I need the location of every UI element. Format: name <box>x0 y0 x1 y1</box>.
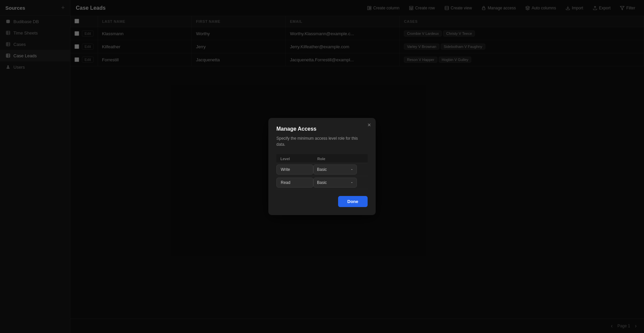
modal-title: Manage Access <box>276 126 368 132</box>
level-input[interactable] <box>276 178 313 188</box>
level-cell <box>276 176 313 189</box>
modal-overlay[interactable]: × Manage Access Specify the minimum acce… <box>0 0 644 333</box>
level-cell <box>276 163 313 176</box>
manage-access-modal: × Manage Access Specify the minimum acce… <box>268 118 376 215</box>
modal-footer: Done <box>276 196 368 207</box>
modal-description: Specify the minimum access level role fo… <box>276 135 368 147</box>
role-header: Role <box>313 154 368 163</box>
role-cell: BasicAdminPower UserCustom <box>313 176 368 189</box>
role-cell: BasicAdminPower UserCustom <box>313 163 368 176</box>
role-select[interactable]: BasicAdminPower UserCustom <box>313 178 357 188</box>
access-row: BasicAdminPower UserCustom <box>276 163 368 176</box>
access-level-table: Level Role BasicAdminPower UserCustom Ba… <box>276 154 368 189</box>
done-button[interactable]: Done <box>338 196 368 207</box>
level-input[interactable] <box>276 164 313 175</box>
modal-close-button[interactable]: × <box>367 122 371 128</box>
role-select[interactable]: BasicAdminPower UserCustom <box>313 164 357 175</box>
level-header: Level <box>276 154 313 163</box>
access-row: BasicAdminPower UserCustom <box>276 176 368 189</box>
